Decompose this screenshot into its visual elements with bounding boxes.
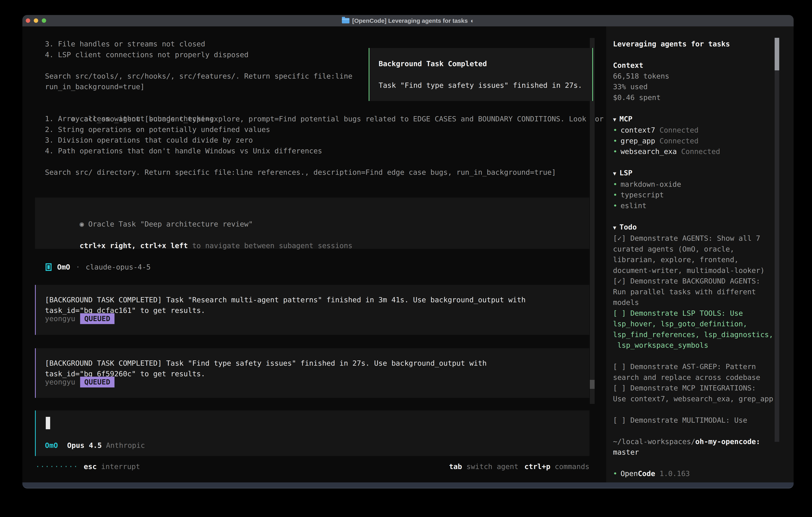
version-section: •OpenCode 1.0.163: [613, 468, 779, 479]
input-model: Opus 4.5: [67, 440, 102, 451]
mcp-item: •context7 Connected: [613, 125, 779, 136]
todo-header: Todo: [619, 223, 637, 231]
workspace-path-prefix: ~/local-workspaces/: [613, 437, 695, 446]
nav-hint-keys: ctrl+x right, ctrl+x left: [80, 242, 188, 250]
lsp-item: •typescript: [613, 190, 779, 200]
lsp-header-row[interactable]: ▼LSP: [613, 167, 779, 179]
nav-hint-text: to navigate between subagent sessions: [188, 242, 352, 250]
context-section: Context 66,518 tokens 33% used $0.46 spe…: [613, 60, 779, 103]
todo-item-done: [✓] Demonstrate BACKGROUND AGENTS: Run p…: [613, 276, 779, 308]
window-title-group: [OpenCode] Leveraging agents for tasks ◐: [342, 18, 474, 24]
mcp-header: MCP: [619, 115, 632, 123]
main-scrollbar-thumb[interactable]: [590, 380, 594, 389]
lsp-item: •eslint: [613, 200, 779, 211]
message-meta-row: yeongyu QUEUED: [45, 313, 115, 324]
text-cursor: [46, 417, 50, 429]
agent-square-icon: [46, 263, 52, 271]
author-label: yeongyu: [45, 377, 75, 387]
app-name-bold: Code: [638, 469, 655, 478]
lsp-section: ▼LSP •markdown-oxide •typescript •eslint: [613, 167, 779, 211]
bullet-icon: •: [613, 126, 617, 134]
message-line-1: [BACKGROUND TASK COMPLETED] Task "Find t…: [45, 358, 487, 369]
todo-item-pending: [ ] Demonstrate AST-GREP: Pattern search…: [613, 361, 779, 383]
toast-title: Background Task Completed: [379, 58, 487, 69]
input-agent-row: OmO Opus 4.5 Anthropic: [45, 440, 145, 451]
lsp-name: typescript: [620, 191, 664, 199]
status-badge: QUEUED: [80, 377, 115, 387]
mcp-item: •grep_app Connected: [613, 136, 779, 146]
minimize-button[interactable]: [34, 19, 38, 23]
separator-dot: ·: [76, 262, 80, 272]
context-used: 33% used: [613, 81, 779, 92]
sidebar-session-title-section: Leveraging agents for tasks: [613, 38, 779, 49]
lsp-item: •markdown-oxide: [613, 179, 779, 190]
todo-item-pending: [ ] Demonstrate MULTIMODAL: Use: [613, 415, 779, 426]
close-button[interactable]: [26, 19, 30, 23]
esc-key-hint: esc: [84, 461, 97, 472]
mcp-header-row[interactable]: ▼MCP: [613, 113, 779, 125]
app-name: Open: [620, 469, 638, 478]
input-agent-name: OmO: [45, 440, 58, 451]
window-title: [OpenCode] Leveraging agents for tasks: [352, 18, 468, 24]
background-task-message: [BACKGROUND TASK COMPLETED] Task "Find t…: [35, 348, 589, 398]
subagent-nav-hint: ctrl+x right, ctrl+x left to navigate be…: [45, 229, 352, 262]
context-spent: $0.46 spent: [613, 92, 779, 103]
agent-name: OmO: [57, 262, 70, 272]
lsp-name: eslint: [620, 201, 646, 210]
oracle-task-title: Oracle Task "Deep architecture review": [88, 220, 253, 228]
todo-section: ▼Todo [✓] Demonstrate AGENTS: Show all 7…: [613, 222, 779, 426]
agent-header-row: OmO · claude-opus-4-5: [46, 262, 151, 272]
lsp-name: markdown-oxide: [620, 180, 681, 188]
bullet-icon: •: [613, 201, 617, 210]
agent-model: claude-opus-4-5: [86, 262, 151, 272]
title-bar[interactable]: [OpenCode] Leveraging agents for tasks ◐: [22, 15, 793, 26]
oracle-task-panel: ◉ Oracle Task "Deep architecture review"…: [35, 197, 589, 249]
zoom-button[interactable]: [42, 19, 46, 23]
spinner-dots-icon: ·········: [35, 461, 78, 472]
toast-body: Task "Find type safety issues" finished …: [379, 80, 582, 91]
terminal-window: [OpenCode] Leveraging agents for tasks ◐…: [22, 15, 793, 488]
background-task-toast[interactable]: Background Task Completed Task "Find typ…: [369, 48, 593, 101]
lsp-header: LSP: [619, 169, 632, 177]
collapse-triangle-icon: ▼: [613, 116, 616, 123]
mcp-name: websearch_exa: [620, 147, 677, 156]
mcp-name: context7: [620, 126, 655, 134]
app-version: 1.0.163: [660, 469, 690, 478]
context-header: Context: [613, 60, 779, 71]
desktop: [OpenCode] Leveraging agents for tasks ◐…: [0, 0, 812, 517]
ctrlp-key-hint: ctrl+p: [524, 461, 550, 472]
collapse-triangle-icon: ▼: [613, 224, 616, 231]
workspace-path-row: ~/local-workspaces/oh-my-opencode:: [613, 436, 779, 447]
mcp-status: Connected: [681, 147, 720, 156]
todo-item-active: [ ] Demonstrate LSP TOOLS: Use lsp_hover…: [613, 308, 779, 351]
prompt-input[interactable]: OmO Opus 4.5 Anthropic: [35, 410, 589, 456]
scrollback-log-top: 3. File handles or streams not closed 4.…: [45, 38, 352, 92]
bullet-icon: •: [613, 180, 617, 188]
bullet-icon: •: [613, 147, 617, 156]
fisheye-icon: ◉: [80, 220, 84, 228]
bullet-icon: •: [613, 191, 617, 199]
todo-header-row[interactable]: ▼Todo: [613, 222, 779, 233]
ctrlp-key-label: commands: [555, 461, 589, 472]
bullet-icon: •: [613, 137, 617, 145]
workspace-branch: master: [613, 447, 779, 458]
window-bottom-bar: [22, 483, 793, 488]
input-provider: Anthropic: [106, 440, 145, 451]
mcp-section: ▼MCP •context7 Connected •grep_app Conne…: [613, 113, 779, 157]
background-task-message: [BACKGROUND TASK COMPLETED] Task "Resear…: [35, 285, 589, 335]
folder-icon: [342, 18, 349, 23]
sidebar-scrollbar-track[interactable]: [775, 38, 779, 442]
version-row: •OpenCode 1.0.163: [613, 468, 779, 479]
session-sidebar: Leveraging agents for tasks Context 66,5…: [606, 26, 793, 483]
tab-key-label: switch agent: [466, 461, 518, 472]
tab-key-hint: tab: [449, 461, 462, 472]
mcp-status: Connected: [660, 126, 698, 134]
message-line-1: [BACKGROUND TASK COMPLETED] Task "Resear…: [45, 295, 526, 305]
bullet-icon: •: [613, 469, 617, 478]
status-badge: QUEUED: [80, 313, 115, 324]
esc-key-label: interrupt: [101, 461, 140, 472]
workspace-path-name: oh-my-opencode:: [695, 437, 760, 446]
sidebar-scrollbar-thumb[interactable]: [775, 38, 779, 71]
mcp-status: Connected: [660, 137, 698, 145]
mcp-name: grep_app: [620, 137, 655, 145]
